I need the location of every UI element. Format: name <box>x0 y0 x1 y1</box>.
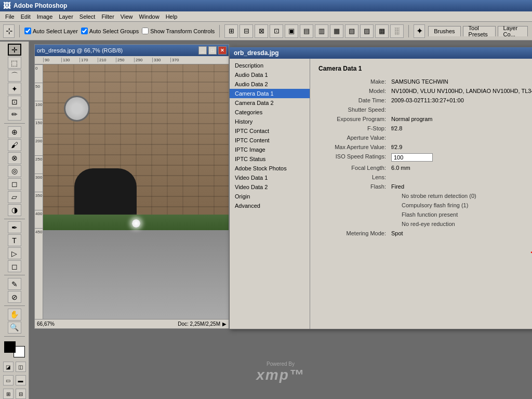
dialog-menu-camera1[interactable]: Camera Data 1 <box>230 89 310 98</box>
tool-crop[interactable]: ⊡ <box>8 96 21 108</box>
show-transform-controls-checkbox[interactable] <box>142 28 149 34</box>
tool-pen[interactable]: ✒ <box>8 221 21 233</box>
value-fstop: f/2.8 <box>391 125 532 131</box>
color-swatches[interactable] <box>4 341 25 357</box>
label-datetime: Date Time: <box>318 97 391 103</box>
toolbar: ⊹ Auto Select Layer Auto Select Groups S… <box>0 22 532 41</box>
dialog-menu-iptc-status[interactable]: IPTC Status <box>230 154 310 164</box>
tool-extra2[interactable]: ⊟ <box>16 389 26 399</box>
align-center-v-icon[interactable]: ▣ <box>285 24 298 38</box>
tool-type[interactable]: T <box>8 234 21 246</box>
tool-move[interactable]: ✛ <box>8 44 21 56</box>
foreground-color-swatch[interactable] <box>4 341 16 353</box>
dialog-menu-iptc-content[interactable]: IPTC Content <box>230 136 310 145</box>
menu-view[interactable]: View <box>117 13 136 20</box>
tab-brushes[interactable]: Brushes <box>428 26 460 36</box>
section-title: Camera Data 1 <box>318 65 532 72</box>
tab-tool-presets[interactable]: Tool Presets <box>463 26 496 36</box>
tool-eraser[interactable]: ◻ <box>8 178 21 190</box>
ruler-v-mark: 300 <box>35 174 43 192</box>
distribute-top-icon[interactable]: ▨ <box>360 24 374 38</box>
screen-mode-normal[interactable]: ▭ <box>3 375 14 385</box>
tool-clone[interactable]: ⊗ <box>8 152 21 164</box>
ground <box>43 230 229 320</box>
dialog-menu-iptc-contact[interactable]: IPTC Contact <box>230 126 310 136</box>
menu-edit[interactable]: Edit <box>18 13 34 20</box>
menu-help[interactable]: Help <box>163 13 181 20</box>
distribute-center-v-icon[interactable]: ▩ <box>375 24 389 38</box>
tool-heal[interactable]: ⊕ <box>8 126 21 138</box>
align-right-icon[interactable]: ⊠ <box>255 24 268 38</box>
close-button[interactable]: ✕ <box>218 46 227 55</box>
tool-gradient[interactable]: ▱ <box>8 191 21 203</box>
minimize-button[interactable]: _ <box>198 46 207 55</box>
tool-eyedropper2[interactable]: ⊘ <box>8 291 21 303</box>
powered-by-text: Powered By <box>256 361 305 367</box>
label-lens: Lens: <box>318 174 391 180</box>
maximize-button[interactable]: □ <box>208 46 217 55</box>
auto-select-layer-label[interactable]: Auto Select Layer <box>24 28 78 34</box>
tool-notes[interactable]: ✎ <box>8 278 21 290</box>
menu-image[interactable]: Image <box>34 13 56 20</box>
tool-zoom[interactable]: 🔍 <box>8 322 21 334</box>
distribute-left-icon[interactable]: ▥ <box>315 24 328 38</box>
light-orb <box>132 219 140 228</box>
ruler-mark: 370 <box>170 58 189 62</box>
distribute-right-icon[interactable]: ▧ <box>345 24 358 38</box>
dialog-menu-audio1[interactable]: Audio Data 1 <box>230 70 310 79</box>
menu-file[interactable]: File <box>2 13 18 20</box>
menu-window[interactable]: Window <box>136 13 163 20</box>
dialog-menu-description[interactable]: Description <box>230 61 310 70</box>
menu-layer[interactable]: Layer <box>56 13 76 20</box>
tool-brush[interactable]: 🖌 <box>8 139 21 151</box>
label-exposure: Exposure Program: <box>318 116 391 122</box>
align-top-icon[interactable]: ⊡ <box>270 24 283 38</box>
screen-mode-full[interactable]: ▬ <box>16 375 26 385</box>
tool-history[interactable]: ◎ <box>8 165 21 177</box>
align-left-icon[interactable]: ⊞ <box>224 24 238 38</box>
dialog-menu-categories[interactable]: Categories <box>230 108 310 117</box>
dialog-menu-origin[interactable]: Origin <box>230 192 310 201</box>
quick-mask-off[interactable]: ◪ <box>3 362 14 372</box>
dialog-menu-video2[interactable]: Video Data 2 <box>230 182 310 192</box>
tool-path[interactable]: ▷ <box>8 247 21 259</box>
dialog-menu-advanced[interactable]: Advanced <box>230 201 310 210</box>
dialog-menu-camera2[interactable]: Camera Data 2 <box>230 98 310 108</box>
tool-magic-wand[interactable]: ✦ <box>8 83 21 95</box>
distribute-bottom-icon[interactable]: ░ <box>390 24 404 38</box>
tab-layer-co[interactable]: Layer Co... <box>498 26 528 36</box>
menu-select[interactable]: Select <box>76 13 99 20</box>
wand-tool-icon[interactable]: ✦ <box>414 24 425 38</box>
scroll-right-arrow[interactable]: ▶ <box>222 321 227 327</box>
app-icon: 🖼 <box>3 2 10 10</box>
dialog-menu-history[interactable]: History <box>230 117 310 126</box>
quick-mask-on[interactable]: ◫ <box>16 362 26 372</box>
auto-select-groups-checkbox[interactable] <box>81 28 88 34</box>
ruler-h-marks: 90 130 170 210 250 290 330 370 <box>43 58 189 62</box>
menu-filter[interactable]: Filter <box>98 13 117 20</box>
distribute-center-h-icon[interactable]: ▦ <box>330 24 343 38</box>
tool-eyedropper[interactable]: ✏ <box>8 109 21 121</box>
iso-input[interactable] <box>391 153 433 162</box>
dialog-title-bar: orb_dresda.jpg <box>230 47 532 59</box>
align-center-h-icon[interactable]: ⊟ <box>240 24 253 38</box>
move-tool-btn[interactable]: ⊹ <box>3 24 15 38</box>
dialog-menu-audio2[interactable]: Audio Data 2 <box>230 79 310 89</box>
data-row-lens: Lens: <box>318 174 532 180</box>
value-flash-detail1: No strobe return detection (0) <box>391 193 532 199</box>
auto-select-groups-label[interactable]: Auto Select Groups <box>81 28 139 34</box>
tool-shape[interactable]: ◻ <box>8 260 21 272</box>
dialog-menu-iptc-image[interactable]: IPTC Image <box>230 145 310 154</box>
show-transform-controls-label[interactable]: Show Transform Controls <box>142 28 215 34</box>
dialog-menu-video1[interactable]: Video Data 1 <box>230 173 310 182</box>
tool-dodge[interactable]: ◑ <box>8 204 21 216</box>
tool-extra1[interactable]: ⊞ <box>3 389 14 399</box>
dialog-menu-adobe-stock[interactable]: Adobe Stock Photos <box>230 164 310 173</box>
data-row-exposure: Exposure Program: Normal program <box>318 116 532 122</box>
tool-lasso[interactable]: ⌒ <box>8 70 21 82</box>
tool-hand[interactable]: ✋ <box>8 309 21 321</box>
align-bottom-icon[interactable]: ▤ <box>300 24 313 38</box>
data-row-flash-detail1: No strobe return detection (0) <box>318 193 532 199</box>
auto-select-layer-checkbox[interactable] <box>24 28 31 34</box>
tool-marquee[interactable]: ⬚ <box>8 57 21 69</box>
